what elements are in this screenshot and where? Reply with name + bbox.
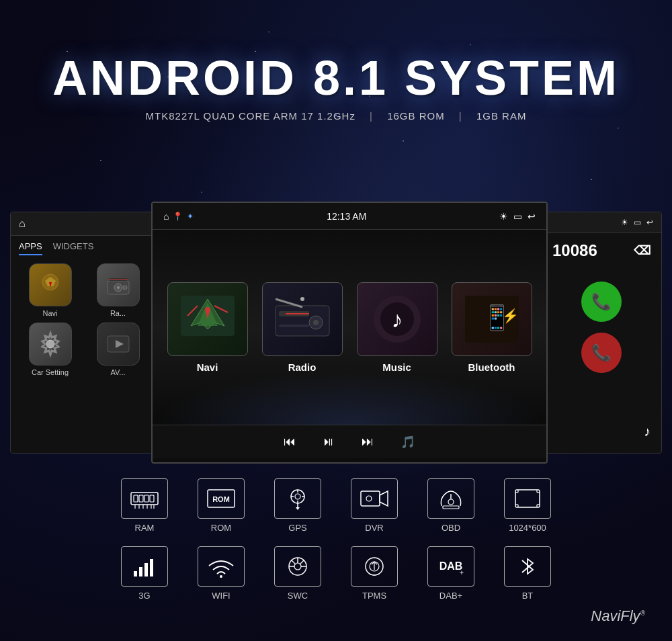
svg-rect-36 [139, 495, 143, 502]
feature-dab: DAB + DAB+ [421, 546, 481, 601]
main-screen: ⌂ 📍 ✦ 12:13 AM ☀ ▭ ↩ [151, 202, 548, 464]
main-label-music: Music [382, 361, 411, 373]
status-bar-left: ⌂ 📍 ✦ [163, 211, 194, 222]
feature-icon-obd [427, 478, 474, 519]
tab-widgets[interactable]: WIDGETS [53, 241, 94, 255]
phone-icon-decline: 📞 [591, 343, 612, 362]
app-item-navi[interactable]: Navi [19, 263, 81, 317]
left-screen-apps: Navi Ra... [11, 255, 157, 384]
left-screen: ⌂ APPS WIDGETS Navi [10, 212, 158, 454]
app-item-settings[interactable]: Car Setting [19, 323, 81, 376]
app-label-navi: Navi [42, 309, 57, 317]
bluetooth-icon-status: ✦ [187, 212, 194, 221]
phone-number-text: 10086 [552, 241, 597, 260]
feature-icon-bt [504, 546, 551, 587]
main-app-music[interactable]: ♪ Music [355, 282, 439, 373]
feature-ram: RAM [114, 478, 175, 533]
svg-line-80 [292, 560, 295, 564]
feature-label-dab: DAB+ [439, 591, 462, 601]
feature-3g: 3G [114, 546, 175, 601]
svg-point-48 [295, 494, 300, 499]
media-next[interactable]: ⏭ [362, 435, 374, 449]
call-buttons: 📞 📞 [542, 268, 661, 386]
title-section: ANDROID 8.1 SYSTEM MTK8227L QUAD CORE AR… [0, 54, 672, 122]
right-screen-header: ☀ ▭ ↩ [542, 212, 661, 233]
svg-line-81 [300, 560, 304, 564]
feature-label-gps: GPS [288, 523, 306, 533]
phone-number: 10086 ⌫ [542, 233, 661, 268]
svg-point-22 [300, 297, 304, 301]
feature-label-swc: SWC [288, 591, 308, 601]
feature-obd: OBD [421, 478, 481, 533]
feature-label-tpms: TPMS [362, 591, 386, 601]
app-icon-navi [29, 263, 72, 306]
feature-label-resolution: 1024*600 [509, 523, 546, 533]
feature-icon-swc [274, 546, 321, 587]
feature-bt: BT [497, 546, 558, 601]
feature-icon-ram [121, 478, 168, 519]
feature-icon-gps [274, 478, 321, 519]
svg-rect-71 [139, 567, 142, 576]
left-screen-header: ⌂ [11, 212, 157, 236]
feature-icon-dab: DAB + [427, 546, 474, 587]
status-bar-time: 12:13 AM [327, 211, 366, 222]
svg-point-76 [294, 563, 301, 570]
feature-icon-resolution [504, 478, 551, 519]
svg-point-6 [117, 286, 120, 289]
svg-rect-3 [49, 286, 52, 290]
app-label-radio: Ra... [110, 309, 126, 317]
music-note-right: ♪ [644, 424, 650, 439]
feature-icon-dvr [351, 478, 398, 519]
features-row-2: 3G WIFI [114, 546, 558, 601]
subtitle-ram: 1GB RAM [476, 110, 527, 122]
media-prev[interactable]: ⏮ [284, 435, 296, 449]
svg-marker-56 [380, 491, 388, 506]
subtitle: MTK8227L QUAD CORE ARM 17 1.2GHz | 16GB … [0, 110, 672, 122]
feature-dvr: DVR [344, 478, 405, 533]
main-screen-header: ⌂ 📍 ✦ 12:13 AM ☀ ▭ ↩ [153, 203, 546, 230]
feature-label-obd: OBD [442, 523, 460, 533]
svg-rect-60 [443, 506, 459, 509]
battery-icon-right: ▭ [634, 218, 641, 227]
main-label-radio: Radio [288, 361, 317, 373]
svg-point-10 [46, 340, 54, 348]
feature-icon-3g [121, 546, 168, 587]
home-icon: ⌂ [19, 218, 26, 230]
features-row-1: RAM ROM ROM [114, 478, 558, 533]
phone-icon-accept: 📞 [591, 292, 612, 311]
feature-swc: SWC [267, 546, 328, 601]
main-label-bluetooth: Bluetooth [468, 361, 515, 373]
app-item-av[interactable]: AV... [87, 323, 149, 376]
app-item-radio[interactable]: Ra... [87, 263, 149, 317]
main-app-navi[interactable]: Navi [165, 282, 249, 373]
accept-call-button[interactable]: 📞 [581, 282, 622, 322]
feature-rom: ROM ROM [191, 478, 251, 533]
svg-rect-55 [361, 491, 380, 506]
media-playpause[interactable]: ⏯ [323, 435, 335, 449]
tab-apps[interactable]: APPS [19, 241, 42, 255]
app-icon-radio [97, 263, 140, 306]
svg-point-26 [313, 320, 319, 325]
svg-marker-54 [296, 507, 300, 510]
main-app-bluetooth[interactable]: 📱 ⚡ Bluetooth [450, 282, 534, 373]
brand-logo: NaviFly® [591, 607, 645, 625]
brand-trademark: ® [640, 609, 645, 617]
main-app-radio[interactable]: Radio [260, 282, 344, 373]
svg-text:⚡: ⚡ [502, 308, 519, 324]
decline-call-button[interactable]: 📞 [581, 333, 622, 373]
main-label-navi: Navi [197, 361, 218, 373]
main-icon-radio [262, 282, 343, 356]
back-icon: ↩ [528, 211, 536, 222]
svg-rect-27 [279, 325, 309, 327]
app-icon-av [97, 323, 140, 366]
feature-label-3g: 3G [138, 591, 150, 601]
brand-name: NaviFly [591, 607, 640, 624]
feature-label-ram: RAM [135, 523, 155, 533]
feature-resolution: 1024*600 [497, 478, 558, 533]
app-label-settings: Car Setting [32, 368, 69, 376]
brightness-icon-right: ☀ [621, 218, 628, 227]
media-music: 🎵 [401, 435, 415, 450]
subtitle-cpu: MTK8227L QUAD CORE ARM 17 1.2GHz [146, 110, 355, 122]
svg-text:♪: ♪ [391, 306, 403, 332]
backspace-icon[interactable]: ⌫ [634, 243, 650, 258]
